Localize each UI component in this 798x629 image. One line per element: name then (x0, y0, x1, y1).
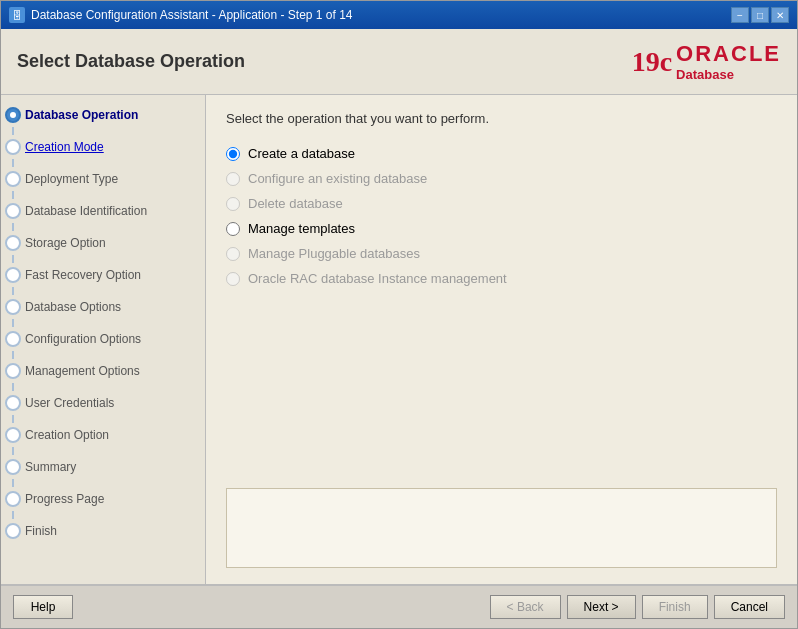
connector-line (12, 479, 14, 487)
sidebar-item-summary: Summary (1, 455, 205, 479)
connector-line (12, 319, 14, 327)
radio-manage-templates[interactable] (226, 222, 240, 236)
step-indicator-database-operation (5, 107, 21, 123)
page-header: Select Database Operation 19c ORACLE Dat… (1, 29, 797, 95)
page-title: Select Database Operation (17, 51, 245, 72)
radio-label-manage-templates: Manage templates (248, 221, 355, 236)
radio-item-delete-database: Delete database (226, 196, 777, 211)
content-inner: Select the operation that you want to pe… (206, 95, 797, 472)
radio-item-manage-pluggable: Manage Pluggable databases (226, 246, 777, 261)
sidebar: Database OperationCreation ModeDeploymen… (1, 95, 206, 584)
info-box (226, 488, 777, 568)
maximize-button[interactable]: □ (751, 7, 769, 23)
sidebar-label-database-operation: Database Operation (25, 108, 138, 122)
cancel-button[interactable]: Cancel (714, 595, 785, 619)
sidebar-item-creation-option: Creation Option (1, 423, 205, 447)
connector-line (12, 447, 14, 455)
sidebar-item-creation-mode[interactable]: Creation Mode (1, 135, 205, 159)
radio-label-create-database: Create a database (248, 146, 355, 161)
sidebar-label-summary: Summary (25, 460, 76, 474)
step-indicator-summary (5, 459, 21, 475)
radio-label-manage-pluggable: Manage Pluggable databases (248, 246, 420, 261)
step-indicator-configuration-options (5, 331, 21, 347)
footer-buttons: < Back Next > Finish Cancel (490, 595, 785, 619)
title-bar-left: 🗄 Database Configuration Assistant - App… (9, 7, 353, 23)
footer: Help < Back Next > Finish Cancel (1, 584, 797, 628)
window-title: Database Configuration Assistant - Appli… (31, 8, 353, 22)
connector-line (12, 351, 14, 359)
radio-oracle-rac (226, 272, 240, 286)
connector-line (12, 255, 14, 263)
step-indicator-management-options (5, 363, 21, 379)
sidebar-label-configuration-options: Configuration Options (25, 332, 141, 346)
oracle-brand: ORACLE (676, 41, 781, 67)
step-indicator-finish (5, 523, 21, 539)
radio-item-oracle-rac: Oracle RAC database Instance management (226, 271, 777, 286)
content-area: Select the operation that you want to pe… (206, 95, 797, 584)
sidebar-item-progress-page: Progress Page (1, 487, 205, 511)
step-indicator-deployment-type (5, 171, 21, 187)
radio-item-configure-existing: Configure an existing database (226, 171, 777, 186)
radio-manage-pluggable (226, 247, 240, 261)
sidebar-label-finish: Finish (25, 524, 57, 538)
sidebar-item-finish: Finish (1, 519, 205, 543)
finish-button[interactable]: Finish (642, 595, 708, 619)
sidebar-label-deployment-type: Deployment Type (25, 172, 118, 186)
minimize-button[interactable]: − (731, 7, 749, 23)
connector-line (12, 287, 14, 295)
sidebar-item-deployment-type: Deployment Type (1, 167, 205, 191)
connector-line (12, 127, 14, 135)
sidebar-item-fast-recovery-option: Fast Recovery Option (1, 263, 205, 287)
connector-line (12, 191, 14, 199)
radio-configure-existing (226, 172, 240, 186)
radio-delete-database (226, 197, 240, 211)
sidebar-label-fast-recovery-option: Fast Recovery Option (25, 268, 141, 282)
connector-line (12, 383, 14, 391)
radio-label-configure-existing: Configure an existing database (248, 171, 427, 186)
app-icon: 🗄 (9, 7, 25, 23)
instruction-text: Select the operation that you want to pe… (226, 111, 777, 126)
sidebar-label-creation-mode: Creation Mode (25, 140, 104, 154)
sidebar-item-configuration-options: Configuration Options (1, 327, 205, 351)
radio-label-oracle-rac: Oracle RAC database Instance management (248, 271, 507, 286)
sidebar-label-database-options: Database Options (25, 300, 121, 314)
sidebar-item-storage-option: Storage Option (1, 231, 205, 255)
sidebar-label-progress-page: Progress Page (25, 492, 104, 506)
application-window: 🗄 Database Configuration Assistant - App… (0, 0, 798, 629)
step-indicator-user-credentials (5, 395, 21, 411)
radio-label-delete-database: Delete database (248, 196, 343, 211)
sidebar-label-creation-option: Creation Option (25, 428, 109, 442)
step-indicator-fast-recovery-option (5, 267, 21, 283)
step-indicator-database-options (5, 299, 21, 315)
step-indicator-storage-option (5, 235, 21, 251)
help-button[interactable]: Help (13, 595, 73, 619)
sidebar-label-management-options: Management Options (25, 364, 140, 378)
step-indicator-database-identification (5, 203, 21, 219)
step-indicator-progress-page (5, 491, 21, 507)
window-controls: − □ ✕ (731, 7, 789, 23)
radio-item-manage-templates[interactable]: Manage templates (226, 221, 777, 236)
oracle-version: 19c (632, 46, 672, 78)
sidebar-label-storage-option: Storage Option (25, 236, 106, 250)
step-indicator-creation-mode (5, 139, 21, 155)
sidebar-item-database-identification: Database Identification (1, 199, 205, 223)
sidebar-item-management-options: Management Options (1, 359, 205, 383)
oracle-logo: 19c ORACLE Database (632, 41, 781, 82)
back-button[interactable]: < Back (490, 595, 561, 619)
radio-item-create-database[interactable]: Create a database (226, 146, 777, 161)
sidebar-item-database-operation: Database Operation (1, 103, 205, 127)
sidebar-label-database-identification: Database Identification (25, 204, 147, 218)
step-indicator-creation-option (5, 427, 21, 443)
sidebar-label-user-credentials: User Credentials (25, 396, 114, 410)
next-button[interactable]: Next > (567, 595, 636, 619)
oracle-text: ORACLE Database (676, 41, 781, 82)
close-button[interactable]: ✕ (771, 7, 789, 23)
radio-group: Create a databaseConfigure an existing d… (226, 146, 777, 286)
connector-line (12, 511, 14, 519)
oracle-product: Database (676, 67, 734, 82)
main-content: Database OperationCreation ModeDeploymen… (1, 95, 797, 584)
title-bar: 🗄 Database Configuration Assistant - App… (1, 1, 797, 29)
radio-create-database[interactable] (226, 147, 240, 161)
sidebar-item-database-options: Database Options (1, 295, 205, 319)
connector-line (12, 223, 14, 231)
